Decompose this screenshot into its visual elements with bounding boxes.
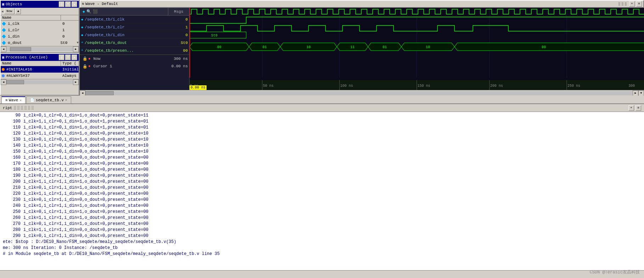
proc-scrollbar-h[interactable]: ◀ ▶ bbox=[1, 79, 79, 85]
scroll-right-btn[interactable]: ▶ bbox=[73, 46, 79, 52]
line-number: 110 bbox=[3, 125, 21, 131]
wave-sig-icon-odout: + bbox=[81, 41, 83, 45]
svg-text:St0: St0 bbox=[211, 34, 218, 38]
wave-sig-iclk[interactable]: ◆ /seqdete_tb/i_clk 0 bbox=[80, 16, 189, 23]
console-line: 270i_clk=0,i_clr=1,i_din=1,o_dout=0,pres… bbox=[3, 221, 641, 227]
signal-value-iclk: 0 bbox=[61, 22, 79, 26]
line-content: i_clk=0,i_clr=1,i_din=1,o_dout=0,present… bbox=[23, 185, 148, 191]
wave-cursor-value: 0.00 ns bbox=[171, 64, 188, 68]
line-content: i_clk=1,i_clr=1,i_din=0,o_dout=0,present… bbox=[23, 227, 148, 233]
console-footer-line: ete: $stop : D:/DE10_Nano/FSM_seqdete/me… bbox=[3, 239, 641, 245]
wave-scrollbar-h[interactable]: ◀ ▶ ▼ bbox=[80, 90, 644, 96]
svg-text:01: 01 bbox=[262, 45, 267, 49]
line-content: i_clk=0,i_clr=0,i_din=1,o_dout=0,present… bbox=[23, 113, 148, 119]
proc-col-header: Name Type ( bbox=[1, 61, 79, 66]
wave-scroll-left[interactable]: ◀ bbox=[80, 90, 85, 96]
line-content: i_clk=0,i_clr=0,i_din=1,o_dout=0,present… bbox=[23, 137, 148, 143]
objects-icon: ▦ bbox=[2, 2, 4, 6]
tab-wave[interactable]: ≋ Wave ✕ bbox=[1, 96, 26, 103]
tab-wave-label: Wave bbox=[9, 98, 18, 102]
line-number: 210 bbox=[3, 185, 21, 191]
proc-dot-always bbox=[2, 74, 5, 77]
time-zero-badge: 0.00 ns bbox=[190, 85, 207, 90]
console-line: 110i_clk=0,i_clr=0,i_din=1,o_dout=1,pres… bbox=[3, 125, 641, 131]
wave-scroll-down[interactable]: ▼ bbox=[638, 90, 644, 96]
wave-cursor-lock-icon[interactable]: 🔒 bbox=[83, 64, 87, 69]
signal-row-idin[interactable]: i_din 0 bbox=[1, 33, 79, 40]
wave-expand-btn[interactable]: + bbox=[629, 1, 635, 7]
line-content: i_clk=1,i_clr=1,i_din=1,o_dout=0,present… bbox=[23, 215, 148, 221]
line-content: i_clk=0,i_clr=1,i_din=1,o_dout=0,present… bbox=[23, 209, 148, 215]
console-expand-btn[interactable]: + bbox=[628, 105, 634, 111]
footer-line-content: # in Module seqdete_tb at D:/DE10_Nano/F… bbox=[3, 251, 220, 257]
signal-row-odout[interactable]: o_dout St0 ▼ bbox=[1, 40, 79, 46]
tab-seqdete-close[interactable]: ✕ bbox=[65, 98, 67, 102]
scroll-left-btn[interactable]: ◀ bbox=[1, 46, 6, 52]
console-line: 190i_clk=0,i_clr=1,i_din=1,o_dout=0,pres… bbox=[3, 173, 641, 179]
objects-help-btn[interactable]: ⣿ bbox=[59, 1, 64, 7]
line-number: 200 bbox=[3, 179, 21, 185]
signal-row-iclr[interactable]: i_clr 1 bbox=[1, 27, 79, 33]
process-row-always[interactable]: #ALWAYS#37 Always bbox=[1, 73, 79, 79]
proc-help-btn[interactable]: ⣿ bbox=[59, 55, 64, 60]
proc-scroll-right[interactable]: ▶ bbox=[73, 79, 79, 85]
tab-seqdete[interactable]: 📄 seqdete_tb.v ✕ bbox=[26, 96, 71, 103]
console-line: 210i_clk=0,i_clr=1,i_din=1,o_dout=0,pres… bbox=[3, 185, 641, 191]
console-resize-handle: ⣿⣿⣿⣿⣿⣿ bbox=[13, 106, 627, 110]
console-options-btn[interactable]: ≡ bbox=[635, 105, 641, 111]
wave-sig-icon-present: + bbox=[81, 49, 83, 52]
wave-scroll-right[interactable]: ▶ bbox=[633, 90, 638, 96]
wave-scroll-thumb[interactable] bbox=[85, 91, 114, 95]
objects-scrollbar-h[interactable]: ◀ ▶ bbox=[1, 46, 79, 52]
wave-now-label: Now bbox=[94, 57, 101, 61]
console-line: 280i_clk=1,i_clr=1,i_din=0,o_dout=0,pres… bbox=[3, 227, 641, 233]
signal-name-idin: i_din bbox=[7, 34, 61, 39]
expand-icon[interactable]: ▼ bbox=[77, 41, 79, 45]
wave-toolbar-icon2[interactable]: 🔍 bbox=[86, 9, 91, 14]
svg-marker-20 bbox=[454, 43, 644, 51]
wave-sig-val-odout: St0 bbox=[177, 41, 188, 45]
now-btn[interactable]: Now bbox=[4, 8, 15, 14]
wave-sig-present[interactable]: + /seqdete_tb/presen... 00 bbox=[80, 47, 189, 55]
line-number: 260 bbox=[3, 215, 21, 221]
wave-options-btn[interactable]: ≡ bbox=[636, 1, 642, 7]
signal-value-idin: 0 bbox=[61, 34, 79, 39]
wave-sig-iclr[interactable]: ◆ /seqdete_tb/i_clr 1 bbox=[80, 23, 189, 31]
proc-name-always: #ALWAYS#37 bbox=[6, 74, 61, 78]
footer-line-content: me: 300 ns Iteration: 0 Instance: /seqde… bbox=[3, 245, 118, 251]
console-content[interactable]: 90i_clk=0,i_clr=0,i_din=1,o_dout=0,prese… bbox=[0, 112, 644, 270]
line-number: 190 bbox=[3, 173, 21, 179]
sort-btn[interactable]: ▲ bbox=[15, 8, 21, 14]
objects-close-btn[interactable]: ✕ bbox=[72, 1, 77, 7]
signal-icon-odout bbox=[1, 40, 6, 45]
signal-value-iclr: 1 bbox=[61, 28, 79, 32]
scrollbar-thumb-h[interactable] bbox=[10, 47, 31, 51]
svg-text:250 ns: 250 ns bbox=[567, 84, 580, 88]
svg-text:50 ns: 50 ns bbox=[263, 84, 273, 88]
process-row-initial[interactable]: #INITIAL#16 Initial bbox=[1, 66, 79, 73]
wave-titlebar: ≋ Wave - Default ⣿⣿⣿ + ≡ bbox=[80, 0, 644, 8]
waveform-canvas[interactable]: St0 00 01 10 11 bbox=[190, 8, 644, 90]
processes-icon: ▦ bbox=[2, 55, 4, 59]
proc-scroll-left[interactable]: ◀ bbox=[1, 79, 6, 85]
svg-text:100 ns: 100 ns bbox=[340, 84, 353, 88]
wave-sig-name-present: /seqdete_tb/presen... bbox=[85, 49, 134, 53]
tab-wave-close[interactable]: ✕ bbox=[19, 98, 21, 102]
wave-sig-idin[interactable]: ◆ /seqdete_tb/i_din 0 bbox=[80, 31, 189, 39]
wave-sig-odout[interactable]: + /seqdete_tb/o_dout St0 bbox=[80, 39, 189, 47]
wave-lock-icon[interactable]: 🔒 bbox=[83, 56, 87, 61]
proc-scrollbar-thumb[interactable] bbox=[6, 80, 24, 84]
proc-close-btn[interactable]: ✕ bbox=[72, 55, 77, 60]
objects-title: Objects bbox=[6, 2, 22, 6]
objects-add-btn[interactable]: + bbox=[65, 1, 71, 7]
wave-toolbar-icon3[interactable]: ⬛ bbox=[93, 9, 98, 14]
console-footer-line: me: 300 ns Iteration: 0 Instance: /seqde… bbox=[3, 245, 641, 251]
wave-sig-name-idin: /seqdete_tb/i_din bbox=[85, 33, 124, 37]
svg-text:10: 10 bbox=[306, 45, 311, 49]
wave-sig-name-iclk: /seqdete_tb/i_clk bbox=[85, 17, 124, 22]
svg-text:00: 00 bbox=[542, 45, 546, 49]
signal-row-iclk[interactable]: i_clk 0 bbox=[1, 21, 79, 27]
proc-add-btn[interactable]: + bbox=[65, 55, 71, 60]
console-line: 200i_clk=1,i_clr=1,i_din=1,o_dout=0,pres… bbox=[3, 179, 641, 185]
wave-toolbar-icon1[interactable]: ◆ bbox=[83, 9, 85, 14]
